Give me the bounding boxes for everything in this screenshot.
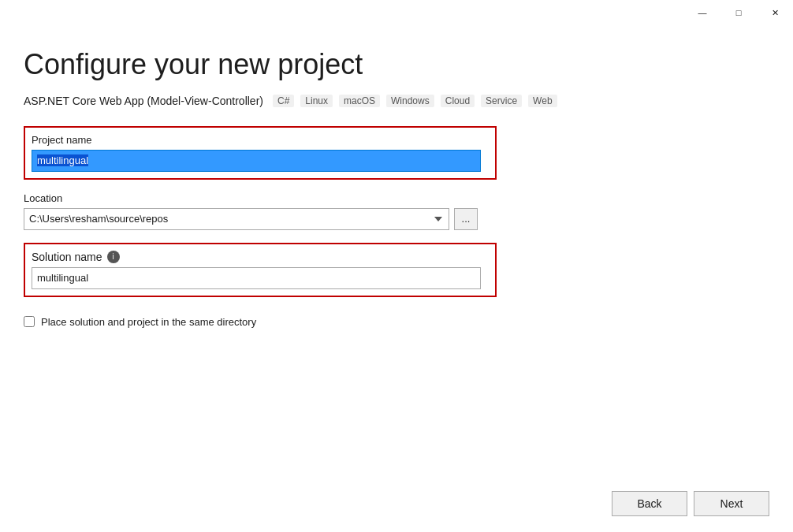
solution-name-group: Solution name i bbox=[24, 243, 497, 297]
main-window: — □ ✕ Configure your new project ASP.NET… bbox=[0, 0, 793, 532]
tag-service: Service bbox=[481, 95, 522, 107]
next-button[interactable]: Next bbox=[694, 491, 769, 516]
browse-button[interactable]: ... bbox=[454, 208, 478, 230]
tag-web: Web bbox=[528, 95, 557, 107]
title-bar: — □ ✕ bbox=[0, 0, 793, 25]
project-type-name: ASP.NET Core Web App (Model-View-Control… bbox=[24, 95, 263, 107]
tag-cloud: Cloud bbox=[441, 95, 475, 107]
location-select[interactable]: C:\Users\resham\source\repos bbox=[24, 208, 449, 230]
location-row: C:\Users\resham\source\repos ... bbox=[24, 208, 497, 230]
solution-name-label: Solution name bbox=[32, 251, 102, 263]
location-group: Location C:\Users\resham\source\repos ..… bbox=[24, 192, 497, 230]
page-title: Configure your new project bbox=[24, 49, 769, 80]
location-label: Location bbox=[24, 192, 497, 204]
tag-macos: macOS bbox=[339, 95, 380, 107]
info-icon[interactable]: i bbox=[107, 251, 120, 263]
same-directory-checkbox[interactable] bbox=[24, 316, 35, 327]
tag-linux: Linux bbox=[300, 95, 333, 107]
tag-list: C# Linux macOS Windows Cloud Service Web bbox=[273, 95, 557, 107]
solution-name-input[interactable] bbox=[32, 267, 481, 289]
project-name-group: Project name bbox=[24, 126, 497, 180]
maximize-button[interactable]: □ bbox=[720, 0, 757, 25]
minimize-button[interactable]: — bbox=[684, 0, 720, 25]
solution-label-row: Solution name i bbox=[32, 251, 489, 263]
same-directory-label[interactable]: Place solution and project in the same d… bbox=[41, 316, 256, 328]
tag-windows: Windows bbox=[386, 95, 434, 107]
same-directory-row: Place solution and project in the same d… bbox=[24, 316, 497, 328]
project-name-input[interactable] bbox=[32, 150, 481, 172]
tag-csharp: C# bbox=[273, 95, 294, 107]
page-content: Configure your new project ASP.NET Core … bbox=[0, 25, 793, 478]
title-bar-buttons: — □ ✕ bbox=[684, 0, 793, 25]
close-button[interactable]: ✕ bbox=[757, 0, 793, 25]
back-button[interactable]: Back bbox=[612, 491, 687, 516]
form-section: Project name Location C:\Users\resham\so… bbox=[24, 126, 497, 328]
project-name-label: Project name bbox=[32, 134, 489, 146]
footer: Back Next bbox=[0, 478, 793, 532]
project-type-row: ASP.NET Core Web App (Model-View-Control… bbox=[24, 95, 769, 107]
